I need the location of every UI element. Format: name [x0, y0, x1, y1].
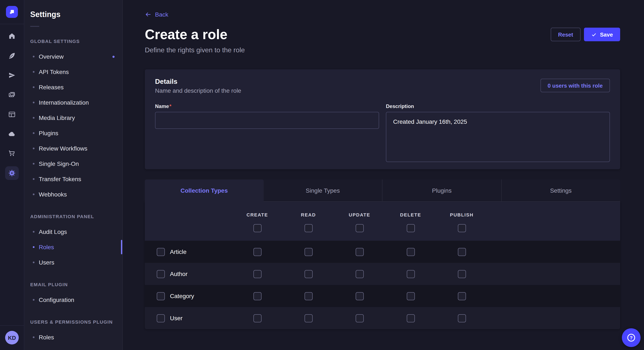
- author-publish-checkbox[interactable]: [458, 270, 466, 278]
- paper-plane-icon[interactable]: [5, 68, 19, 82]
- category-delete-checkbox[interactable]: [406, 292, 415, 300]
- sidebar-item-api-tokens[interactable]: API Tokens: [24, 64, 122, 80]
- active-item-indicator: [121, 240, 122, 254]
- select-all-create-checkbox[interactable]: [253, 224, 261, 232]
- description-textarea[interactable]: Created January 16th, 2025: [386, 112, 610, 162]
- author-read-checkbox[interactable]: [304, 270, 312, 278]
- rail-bottom: KD: [0, 325, 24, 350]
- sidebar-item-providers[interactable]: Providers: [24, 345, 122, 350]
- home-icon[interactable]: [5, 29, 19, 43]
- sidebar-item-label: Overview: [39, 53, 64, 60]
- sidebar-item-single-sign-on[interactable]: Single Sign-On: [24, 156, 122, 172]
- sidebar-item-plugins[interactable]: Plugins: [24, 126, 122, 141]
- sidebar-item-overview[interactable]: Overview: [24, 49, 122, 64]
- select-all-publish-checkbox[interactable]: [458, 224, 466, 232]
- category-row-checkbox[interactable]: [157, 292, 165, 300]
- sidebar-item-label: Review Workflows: [39, 145, 87, 152]
- email-plugin-list: Configuration: [24, 292, 122, 308]
- user-create-checkbox[interactable]: [253, 314, 261, 322]
- select-all-delete-checkbox[interactable]: [406, 224, 415, 232]
- bullet-dot: [33, 178, 34, 180]
- table-row-category: Category: [145, 285, 620, 307]
- tab-plugins[interactable]: Plugins: [382, 179, 501, 201]
- details-card-header: Details Name and description of the role…: [155, 78, 610, 94]
- cloud-icon[interactable]: [5, 127, 19, 141]
- notification-dot: [112, 55, 114, 58]
- user-row-checkbox[interactable]: [157, 314, 165, 322]
- sidebar-item-label: Roles: [39, 244, 54, 250]
- users-with-role-button[interactable]: 0 users with this role: [540, 79, 610, 92]
- author-delete-checkbox[interactable]: [406, 270, 415, 278]
- page-title: Create a role: [145, 26, 228, 43]
- category-publish-checkbox[interactable]: [458, 292, 466, 300]
- author-row-checkbox[interactable]: [157, 270, 165, 278]
- article-read-checkbox[interactable]: [304, 248, 312, 256]
- user-publish-checkbox[interactable]: [458, 314, 466, 322]
- article-delete-checkbox[interactable]: [406, 248, 415, 256]
- article-create-checkbox[interactable]: [253, 248, 261, 256]
- description-field-group: Description Created January 16th, 2025: [386, 103, 610, 164]
- settings-gear-icon[interactable]: [5, 166, 19, 180]
- table-row-user: User: [145, 307, 620, 329]
- help-button[interactable]: ?: [622, 328, 640, 347]
- category-create-checkbox[interactable]: [253, 292, 261, 300]
- bullet-dot: [33, 117, 34, 119]
- article-row-checkbox[interactable]: [157, 248, 165, 256]
- help-question-icon: ?: [626, 333, 636, 343]
- layout-icon[interactable]: [5, 108, 19, 121]
- subnav-title-divider: [30, 26, 39, 27]
- author-update-checkbox[interactable]: [356, 270, 364, 278]
- user-delete-checkbox[interactable]: [406, 314, 415, 322]
- section-title-email-plugin: Email Plugin: [24, 277, 122, 292]
- author-create-checkbox[interactable]: [253, 270, 261, 278]
- permissions-tabs: Collection Types Single Types Plugins Se…: [145, 179, 620, 201]
- main-nav-rail: KD: [0, 0, 24, 350]
- user-update-checkbox[interactable]: [356, 314, 364, 322]
- tab-single-types[interactable]: Single Types: [264, 179, 382, 201]
- media-library-icon[interactable]: [5, 88, 19, 102]
- sidebar-item-users[interactable]: Users: [24, 255, 122, 270]
- sidebar-item-internationalization[interactable]: Internationalization: [24, 95, 122, 110]
- bullet-dot: [33, 71, 34, 73]
- select-all-row: [157, 224, 620, 232]
- back-link[interactable]: Back: [145, 11, 168, 18]
- permissions-panel: Create Read Update Delete Publish: [145, 201, 620, 329]
- table-row-article: Article: [145, 241, 620, 263]
- user-read-checkbox[interactable]: [304, 314, 312, 322]
- category-read-checkbox[interactable]: [304, 292, 312, 300]
- rail-divider: [0, 24, 24, 24]
- select-all-read-checkbox[interactable]: [304, 224, 312, 232]
- marketplace-cart-icon[interactable]: [5, 147, 19, 160]
- tab-settings[interactable]: Settings: [501, 179, 620, 201]
- sidebar-item-label: Providers: [39, 349, 64, 350]
- tab-collection-types[interactable]: Collection Types: [145, 179, 264, 201]
- save-button[interactable]: Save: [584, 28, 620, 41]
- article-publish-checkbox[interactable]: [458, 248, 466, 256]
- permissions-section: Collection Types Single Types Plugins Se…: [145, 179, 620, 329]
- strapi-logo-icon: [8, 8, 15, 15]
- bullet-dot: [33, 102, 34, 103]
- sidebar-item-label: Roles: [39, 334, 54, 341]
- sidebar-item-review-workflows[interactable]: Review Workflows: [24, 141, 122, 156]
- sidebar-item-label: Internationalization: [39, 99, 89, 106]
- article-update-checkbox[interactable]: [356, 248, 364, 256]
- strapi-logo[interactable]: [6, 6, 18, 18]
- subnav-title: Settings: [24, 10, 122, 19]
- rail-icon-list: [5, 29, 19, 186]
- details-form: Name* Description Created January 16th, …: [155, 103, 610, 164]
- reset-button[interactable]: Reset: [551, 28, 580, 41]
- sidebar-item-up-roles[interactable]: Roles: [24, 330, 122, 345]
- name-input[interactable]: [155, 112, 379, 129]
- select-all-update-checkbox[interactable]: [356, 224, 364, 232]
- sidebar-item-transfer-tokens[interactable]: Transfer Tokens: [24, 172, 122, 187]
- sidebar-item-roles-active[interactable]: Roles: [24, 239, 122, 255]
- sidebar-item-audit-logs[interactable]: Audit Logs: [24, 224, 122, 239]
- sidebar-item-configuration[interactable]: Configuration: [24, 292, 122, 308]
- sidebar-item-webhooks[interactable]: Webhooks: [24, 187, 122, 202]
- category-update-checkbox[interactable]: [356, 292, 364, 300]
- sidebar-item-media-library[interactable]: Media Library: [24, 110, 122, 126]
- sidebar-item-releases[interactable]: Releases: [24, 80, 122, 95]
- user-avatar[interactable]: KD: [5, 331, 19, 345]
- row-label: Author: [170, 270, 188, 277]
- content-feather-icon[interactable]: [5, 49, 19, 62]
